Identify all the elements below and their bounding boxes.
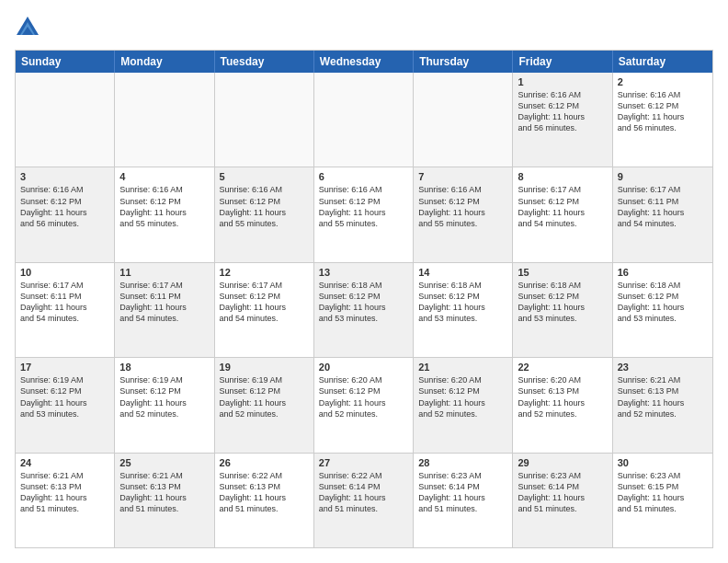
day-cell-23: 23Sunrise: 6:21 AM Sunset: 6:13 PM Dayli… xyxy=(613,358,712,452)
header-day-tuesday: Tuesday xyxy=(215,51,314,73)
day-cell-26: 26Sunrise: 6:22 AM Sunset: 6:13 PM Dayli… xyxy=(215,454,314,547)
day-cell-14: 14Sunrise: 6:18 AM Sunset: 6:12 PM Dayli… xyxy=(414,263,513,357)
empty-cell-0-2 xyxy=(215,73,314,167)
day-info: Sunrise: 6:20 AM Sunset: 6:13 PM Dayligh… xyxy=(518,374,607,419)
calendar-row-0: 1Sunrise: 6:16 AM Sunset: 6:12 PM Daylig… xyxy=(16,73,712,167)
day-number: 13 xyxy=(319,267,408,278)
day-number: 18 xyxy=(119,362,209,373)
day-cell-15: 15Sunrise: 6:18 AM Sunset: 6:12 PM Dayli… xyxy=(513,263,612,357)
day-number: 19 xyxy=(220,362,309,373)
day-number: 29 xyxy=(518,457,607,468)
day-cell-16: 16Sunrise: 6:18 AM Sunset: 6:12 PM Dayli… xyxy=(613,263,712,357)
day-number: 17 xyxy=(20,362,109,373)
day-cell-17: 17Sunrise: 6:19 AM Sunset: 6:12 PM Dayli… xyxy=(16,358,115,452)
calendar-header: SundayMondayTuesdayWednesdayThursdayFrid… xyxy=(16,51,712,73)
header-day-sunday: Sunday xyxy=(16,51,115,73)
day-cell-3: 3Sunrise: 6:16 AM Sunset: 6:12 PM Daylig… xyxy=(16,167,115,261)
day-info: Sunrise: 6:19 AM Sunset: 6:12 PM Dayligh… xyxy=(119,374,209,419)
day-info: Sunrise: 6:17 AM Sunset: 6:12 PM Dayligh… xyxy=(220,280,309,325)
calendar-row-2: 10Sunrise: 6:17 AM Sunset: 6:11 PM Dayli… xyxy=(16,262,712,357)
day-number: 12 xyxy=(220,267,309,278)
empty-cell-0-0 xyxy=(16,73,115,167)
day-info: Sunrise: 6:21 AM Sunset: 6:13 PM Dayligh… xyxy=(20,470,109,515)
day-number: 2 xyxy=(618,76,708,87)
day-info: Sunrise: 6:18 AM Sunset: 6:12 PM Dayligh… xyxy=(418,280,507,325)
day-info: Sunrise: 6:20 AM Sunset: 6:12 PM Dayligh… xyxy=(418,374,507,419)
day-cell-22: 22Sunrise: 6:20 AM Sunset: 6:13 PM Dayli… xyxy=(513,358,612,452)
day-number: 10 xyxy=(20,267,109,278)
day-cell-18: 18Sunrise: 6:19 AM Sunset: 6:12 PM Dayli… xyxy=(115,358,214,452)
day-info: Sunrise: 6:16 AM Sunset: 6:12 PM Dayligh… xyxy=(618,89,708,134)
header-day-friday: Friday xyxy=(513,51,612,73)
day-info: Sunrise: 6:23 AM Sunset: 6:14 PM Dayligh… xyxy=(418,470,507,515)
day-info: Sunrise: 6:21 AM Sunset: 6:13 PM Dayligh… xyxy=(119,470,209,515)
day-info: Sunrise: 6:17 AM Sunset: 6:12 PM Dayligh… xyxy=(518,184,607,229)
day-info: Sunrise: 6:22 AM Sunset: 6:14 PM Dayligh… xyxy=(319,470,408,515)
day-info: Sunrise: 6:16 AM Sunset: 6:12 PM Dayligh… xyxy=(418,184,507,229)
day-info: Sunrise: 6:18 AM Sunset: 6:12 PM Dayligh… xyxy=(618,280,708,325)
day-cell-10: 10Sunrise: 6:17 AM Sunset: 6:11 PM Dayli… xyxy=(16,263,115,357)
day-cell-25: 25Sunrise: 6:21 AM Sunset: 6:13 PM Dayli… xyxy=(115,454,214,547)
logo-icon xyxy=(15,15,40,40)
header-day-thursday: Thursday xyxy=(414,51,513,73)
day-cell-19: 19Sunrise: 6:19 AM Sunset: 6:12 PM Dayli… xyxy=(215,358,314,452)
day-cell-9: 9Sunrise: 6:17 AM Sunset: 6:11 PM Daylig… xyxy=(613,167,712,261)
day-number: 30 xyxy=(618,457,708,468)
day-info: Sunrise: 6:19 AM Sunset: 6:12 PM Dayligh… xyxy=(20,374,109,419)
day-number: 26 xyxy=(220,457,309,468)
day-number: 15 xyxy=(518,267,607,278)
day-number: 11 xyxy=(119,267,209,278)
day-info: Sunrise: 6:21 AM Sunset: 6:13 PM Dayligh… xyxy=(618,374,708,419)
day-info: Sunrise: 6:17 AM Sunset: 6:11 PM Dayligh… xyxy=(20,280,109,325)
day-cell-12: 12Sunrise: 6:17 AM Sunset: 6:12 PM Dayli… xyxy=(215,263,314,357)
day-cell-7: 7Sunrise: 6:16 AM Sunset: 6:12 PM Daylig… xyxy=(414,167,513,261)
page: SundayMondayTuesdayWednesdayThursdayFrid… xyxy=(0,0,728,563)
empty-cell-0-4 xyxy=(414,73,513,167)
day-cell-8: 8Sunrise: 6:17 AM Sunset: 6:12 PM Daylig… xyxy=(513,167,612,261)
day-number: 8 xyxy=(518,171,607,182)
calendar-body: 1Sunrise: 6:16 AM Sunset: 6:12 PM Daylig… xyxy=(16,73,712,547)
day-cell-6: 6Sunrise: 6:16 AM Sunset: 6:12 PM Daylig… xyxy=(314,167,414,261)
calendar-row-1: 3Sunrise: 6:16 AM Sunset: 6:12 PM Daylig… xyxy=(16,167,712,261)
header xyxy=(15,15,713,40)
day-cell-21: 21Sunrise: 6:20 AM Sunset: 6:12 PM Dayli… xyxy=(414,358,513,452)
day-cell-1: 1Sunrise: 6:16 AM Sunset: 6:12 PM Daylig… xyxy=(513,73,612,167)
day-cell-27: 27Sunrise: 6:22 AM Sunset: 6:14 PM Dayli… xyxy=(314,454,414,547)
header-day-monday: Monday xyxy=(115,51,214,73)
day-number: 9 xyxy=(618,171,708,182)
empty-cell-0-1 xyxy=(115,73,214,167)
day-number: 25 xyxy=(119,457,209,468)
calendar-row-3: 17Sunrise: 6:19 AM Sunset: 6:12 PM Dayli… xyxy=(16,357,712,452)
day-cell-4: 4Sunrise: 6:16 AM Sunset: 6:12 PM Daylig… xyxy=(115,167,214,261)
day-number: 21 xyxy=(418,362,507,373)
day-info: Sunrise: 6:16 AM Sunset: 6:12 PM Dayligh… xyxy=(319,184,408,229)
day-cell-2: 2Sunrise: 6:16 AM Sunset: 6:12 PM Daylig… xyxy=(613,73,712,167)
day-number: 6 xyxy=(319,171,408,182)
empty-cell-0-3 xyxy=(314,73,414,167)
day-info: Sunrise: 6:17 AM Sunset: 6:11 PM Dayligh… xyxy=(119,280,209,325)
day-cell-5: 5Sunrise: 6:16 AM Sunset: 6:12 PM Daylig… xyxy=(215,167,314,261)
day-info: Sunrise: 6:16 AM Sunset: 6:12 PM Dayligh… xyxy=(119,184,209,229)
day-info: Sunrise: 6:16 AM Sunset: 6:12 PM Dayligh… xyxy=(220,184,309,229)
day-cell-28: 28Sunrise: 6:23 AM Sunset: 6:14 PM Dayli… xyxy=(414,454,513,547)
day-number: 3 xyxy=(20,171,109,182)
day-number: 22 xyxy=(518,362,607,373)
calendar-row-4: 24Sunrise: 6:21 AM Sunset: 6:13 PM Dayli… xyxy=(16,453,712,547)
header-day-wednesday: Wednesday xyxy=(314,51,414,73)
day-number: 4 xyxy=(119,171,209,182)
day-number: 28 xyxy=(418,457,507,468)
day-number: 1 xyxy=(518,76,607,87)
day-cell-30: 30Sunrise: 6:23 AM Sunset: 6:15 PM Dayli… xyxy=(613,454,712,547)
day-info: Sunrise: 6:18 AM Sunset: 6:12 PM Dayligh… xyxy=(319,280,408,325)
day-number: 27 xyxy=(319,457,408,468)
day-cell-24: 24Sunrise: 6:21 AM Sunset: 6:13 PM Dayli… xyxy=(16,454,115,547)
day-info: Sunrise: 6:16 AM Sunset: 6:12 PM Dayligh… xyxy=(518,89,607,134)
day-info: Sunrise: 6:17 AM Sunset: 6:11 PM Dayligh… xyxy=(618,184,708,229)
day-cell-13: 13Sunrise: 6:18 AM Sunset: 6:12 PM Dayli… xyxy=(314,263,414,357)
day-number: 16 xyxy=(618,267,708,278)
day-info: Sunrise: 6:16 AM Sunset: 6:12 PM Dayligh… xyxy=(20,184,109,229)
day-info: Sunrise: 6:19 AM Sunset: 6:12 PM Dayligh… xyxy=(220,374,309,419)
calendar: SundayMondayTuesdayWednesdayThursdayFrid… xyxy=(15,50,713,548)
day-info: Sunrise: 6:18 AM Sunset: 6:12 PM Dayligh… xyxy=(518,280,607,325)
day-number: 20 xyxy=(319,362,408,373)
